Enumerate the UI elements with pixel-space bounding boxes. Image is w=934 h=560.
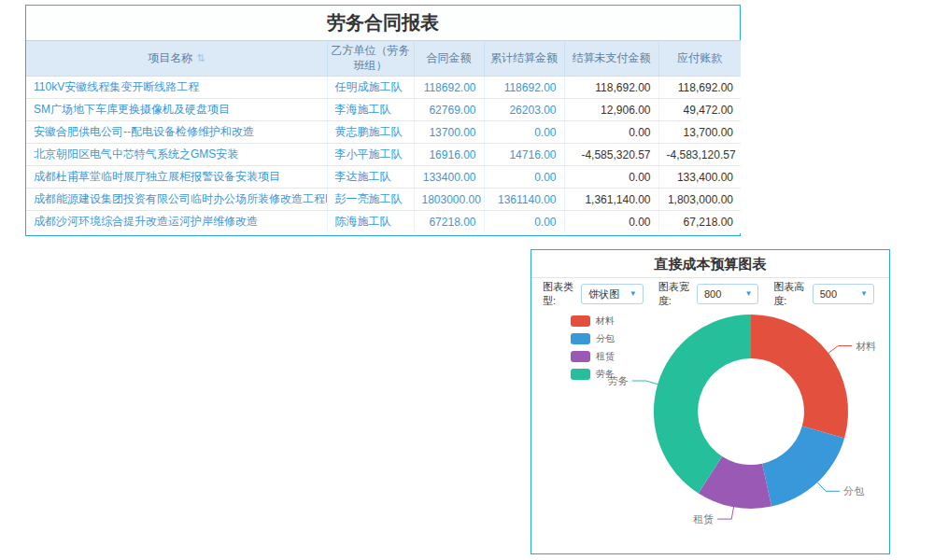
legend-item[interactable]: 分包 (571, 329, 615, 347)
cell-project-name[interactable]: 成都能源建设集团投资有限公司临时办公场所装修改造工程EPC (26, 189, 327, 211)
legend-item[interactable]: 劳务 (571, 365, 615, 383)
cell-contractor: 李海施工队 (327, 99, 414, 121)
cell-unpaid-amount: 0.00 (564, 121, 658, 144)
pie-label-line (632, 381, 659, 385)
column-header-project-name[interactable]: 项目名称⇅ (26, 41, 327, 77)
page: 劳务合同报表 项目名称⇅ 乙方单位（劳务班组） 合同金额 累计结算金额 结算未支… (0, 0, 934, 560)
cell-contract-amount: 67218.00 (414, 211, 484, 233)
column-header-contract-amount: 合同金额 (414, 41, 484, 77)
pie-label: 分包 (843, 485, 865, 497)
legend-label: 租赁 (596, 350, 615, 363)
table-row: 成都沙河环境综合提升改造运河护岸维修改造陈海施工队67218.000.000.0… (26, 211, 741, 233)
legend-swatch (571, 315, 590, 327)
report-table-header: 项目名称⇅ 乙方单位（劳务班组） 合同金额 累计结算金额 结算未支付金额 应付账… (26, 41, 741, 77)
column-header-contractor: 乙方单位（劳务班组） (327, 41, 414, 77)
pie-label: 材料 (856, 341, 876, 352)
cell-contractor: 李达施工队 (327, 166, 414, 189)
cell-contractor: 彭一亮施工队 (327, 189, 414, 211)
cell-payable: 13,700.00 (658, 121, 741, 144)
cell-payable: 118,692.00 (658, 77, 741, 99)
legend-swatch (571, 333, 590, 344)
column-header-unpaid-amount: 结算未支付金额 (564, 41, 658, 77)
cell-project-name[interactable]: 安徽合肥供电公司--配电设备检修维护和改造 (26, 121, 327, 144)
report-title: 劳务合同报表 (26, 6, 740, 40)
cell-settled-amount: 0.00 (484, 166, 564, 189)
cell-contractor: 黄志鹏施工队 (327, 121, 414, 144)
cell-payable: -4,583,120.57 (658, 144, 741, 166)
labor-contract-report-panel: 劳务合同报表 项目名称⇅ 乙方单位（劳务班组） 合同金额 累计结算金额 结算未支… (25, 5, 741, 236)
legend-swatch (571, 351, 590, 362)
table-row: 110kV安徽线程集变开断线路工程任明成施工队118692.00118692.0… (26, 77, 741, 99)
legend-item[interactable]: 租赁 (571, 347, 615, 365)
cell-contract-amount: 13700.00 (414, 121, 484, 144)
cell-contractor: 李小平施工队 (327, 144, 414, 166)
cell-unpaid-amount: 0.00 (564, 211, 658, 233)
cell-project-name[interactable]: 成都杜甫草堂临时展厅独立展柜报警设备安装项目 (26, 166, 327, 189)
cell-project-name[interactable]: 北京朝阳区电气中芯特气系统之GMS安装 (26, 144, 327, 166)
pie-slice[interactable] (751, 315, 848, 438)
legend-label: 分包 (596, 332, 615, 345)
cell-payable: 1,803,000.00 (658, 189, 741, 211)
cell-project-name[interactable]: 成都沙河环境综合提升改造运河护岸维修改造 (26, 211, 327, 233)
table-row: 安徽合肥供电公司--配电设备检修维护和改造黄志鹏施工队13700.000.000… (26, 121, 741, 144)
column-header-payable: 应付账款 (658, 41, 741, 77)
cell-payable: 49,472.00 (658, 99, 741, 121)
chart-legend: 材料分包租赁劳务 (571, 312, 615, 383)
cell-payable: 67,218.00 (658, 211, 741, 233)
pie-label-line (817, 482, 841, 491)
cell-contract-amount: 16916.00 (414, 144, 484, 166)
legend-item[interactable]: 材料 (571, 312, 615, 329)
cell-unpaid-amount: 1,361,140.00 (564, 189, 658, 211)
cell-unpaid-amount: 12,906.00 (564, 99, 658, 121)
donut-chart: 材料分包租赁劳务 (531, 250, 891, 525)
cell-settled-amount: 26203.00 (484, 99, 564, 121)
cell-contractor: 任明成施工队 (327, 77, 414, 99)
column-header-settled-amount: 累计结算金额 (484, 41, 564, 77)
legend-label: 材料 (596, 315, 615, 328)
cell-settled-amount: 14716.00 (484, 144, 564, 166)
column-header-label: 项目名称 (148, 51, 192, 64)
report-table-body: 110kV安徽线程集变开断线路工程任明成施工队118692.00118692.0… (26, 77, 741, 233)
report-table: 项目名称⇅ 乙方单位（劳务班组） 合同金额 累计结算金额 结算未支付金额 应付账… (26, 40, 741, 233)
cell-project-name[interactable]: SM广场地下车库更换摄像机及硬盘项目 (26, 99, 327, 121)
cell-payable: 133,400.00 (658, 166, 741, 189)
cell-project-name[interactable]: 110kV安徽线程集变开断线路工程 (26, 77, 327, 99)
cell-contractor: 陈海施工队 (327, 211, 414, 233)
cell-unpaid-amount: 118,692.00 (564, 77, 658, 99)
sort-icon[interactable]: ⇅ (196, 52, 205, 63)
cell-contract-amount: 1803000.00 (414, 189, 484, 211)
cell-contract-amount: 62769.00 (414, 99, 484, 121)
cell-settled-amount: 118692.00 (484, 77, 564, 99)
cell-settled-amount: 0.00 (484, 121, 564, 144)
pie-label: 租赁 (693, 513, 714, 525)
table-row: 成都能源建设集团投资有限公司临时办公场所装修改造工程EPC彭一亮施工队18030… (26, 189, 741, 211)
direct-cost-chart-panel: 直接成本预算图表 图表类型: 饼状图 ▼ 图表宽度: 800 ▼ 图表高度: 5 (531, 249, 890, 554)
cell-unpaid-amount: 0.00 (564, 166, 658, 189)
cell-contract-amount: 118692.00 (414, 77, 484, 99)
cell-contract-amount: 133400.00 (414, 166, 484, 189)
cell-unpaid-amount: -4,585,320.57 (564, 144, 658, 166)
legend-swatch (571, 369, 590, 380)
pie-label-line (828, 346, 852, 354)
table-row: SM广场地下车库更换摄像机及硬盘项目李海施工队62769.0026203.001… (26, 99, 741, 121)
pie-slice[interactable] (762, 427, 844, 507)
table-row: 成都杜甫草堂临时展厅独立展柜报警设备安装项目李达施工队133400.000.00… (26, 166, 741, 189)
legend-label: 劳务 (596, 368, 615, 381)
cell-settled-amount: 0.00 (484, 211, 564, 233)
table-row: 北京朝阳区电气中芯特气系统之GMS安装李小平施工队16916.0014716.0… (26, 144, 741, 166)
pie-label-line (717, 506, 734, 519)
cell-settled-amount: 1361140.00 (484, 189, 564, 211)
